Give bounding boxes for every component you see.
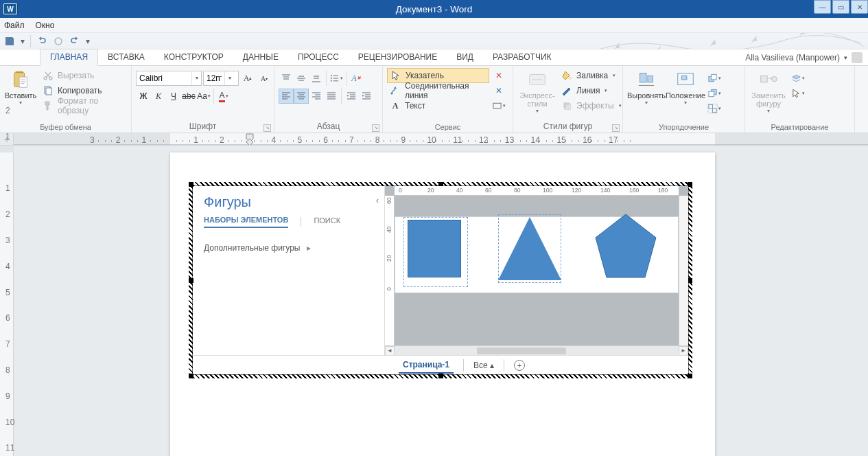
express-styles-button[interactable]: Экспресс-стили ▾ [517,68,557,115]
strike-button[interactable]: abc [181,89,196,104]
visio-page-tab[interactable]: Страница-1 [399,357,454,374]
separator [301,217,301,227]
italic-button[interactable]: К [151,89,166,104]
fill-button[interactable]: Заливка▾ [559,68,624,83]
scroll-right-button[interactable]: ► [679,346,688,356]
effects-button[interactable]: Эффекты▾ [559,98,624,113]
connector-tool-button[interactable]: Соединительная линия [387,83,489,98]
text-label: Текст [405,101,425,111]
menu-window[interactable]: Окно [36,21,55,30]
resize-handle[interactable] [438,374,443,378]
resize-handle[interactable] [189,374,193,378]
visio-horizontal-scrollbar[interactable]: ◄ ► [385,345,688,355]
shape-styles-dialog-launcher[interactable]: ↘ [612,124,620,132]
qat-customize-icon[interactable]: ▾ [84,35,91,47]
change-case-button[interactable]: Aa▾ [196,89,211,104]
embedded-object-visio[interactable]: ‹ Фигуры НАБОРЫ ЭЛЕМЕНТОВ ПОИСК Дополнит… [192,185,689,375]
tab-view[interactable]: ВИД [447,49,483,65]
shapes-tab-sets[interactable]: НАБОРЫ ЭЛЕМЕНТОВ [204,216,288,228]
visio-canvas[interactable] [395,216,679,293]
shapes-tab-search[interactable]: ПОИСК [314,216,340,227]
line-button[interactable]: Линия▾ [559,83,624,98]
font-name-input[interactable] [137,73,191,83]
visio-vertical-ruler[interactable]: 6040200 [385,196,395,345]
send-back-button[interactable]: ▾ [707,86,722,101]
replace-shape-button[interactable]: Заменить фигуру ▾ [749,68,788,115]
align-left-button[interactable] [279,89,294,104]
increase-indent-button[interactable] [359,89,374,104]
position-button[interactable]: Положение ▾ [666,68,705,107]
font-color-button[interactable]: A▾ [216,89,231,104]
qat-dropdown-icon[interactable]: ▾ [19,35,26,47]
bring-front-button[interactable]: ▾ [707,71,722,86]
format-painter-button[interactable]: Формат по образцу [40,98,127,113]
grow-font-button[interactable]: A▴ [240,71,255,86]
redo-icon[interactable] [51,35,65,47]
shape-rectangle[interactable] [408,220,461,277]
bold-button[interactable]: Ж [136,89,151,104]
indent-marker-left[interactable] [246,133,254,146]
group-shape-styles-label: Стили фигур↘ [517,122,618,133]
shape-triangle[interactable] [498,217,561,280]
scroll-left-button[interactable]: ◄ [385,346,395,356]
save-icon[interactable] [3,35,16,47]
clear-formatting-button[interactable]: A✖ [349,71,364,86]
resize-handle[interactable] [688,374,692,378]
close-button[interactable]: ✕ [851,0,868,14]
x-tool2-button[interactable]: ✕ [491,83,506,98]
font-size-combo[interactable]: ▾ [203,71,239,86]
document-page[interactable]: ‹ Фигуры НАБОРЫ ЭЛЕМЕНТОВ ПОИСК Дополнит… [170,152,715,456]
tab-designer[interactable]: КОНСТРУКТОР [154,49,233,65]
align-top-button[interactable] [279,71,294,86]
resize-handle[interactable] [688,182,692,187]
visio-horizontal-ruler[interactable]: 020406080100120140160180 [395,186,679,196]
font-name-combo[interactable]: ▾ [136,71,202,86]
tab-review[interactable]: РЕЦЕНЗИРОВАНИЕ [349,49,447,65]
more-shapes-button[interactable]: Дополнительные фигуры ▸ [204,243,376,253]
vertical-ruler[interactable]: 21123456789101112131415 [0,146,14,456]
svg-rect-12 [493,103,501,109]
undo-icon[interactable] [35,35,49,47]
horizontal-ruler[interactable]: 3,2,1,,1,2,3,4,5,6,7,8,9,10,11,12,13,14,… [14,133,868,146]
x-tool-button[interactable]: ✕ [491,68,506,83]
cut-button[interactable]: Вырезать [40,68,127,83]
font-size-input[interactable] [204,73,224,83]
rectangle-tool-button[interactable]: ▾ [491,98,506,113]
menu-file[interactable]: Файл [4,21,25,30]
avatar[interactable] [852,52,863,63]
group-shapes-button[interactable]: ▾ [707,101,722,116]
font-dialog-launcher[interactable]: ↘ [263,124,271,132]
align-button[interactable]: Выровнять ▾ [627,68,666,107]
align-middle-button[interactable] [294,71,309,86]
underline-button[interactable]: Ч [166,89,181,104]
select-button[interactable]: ▾ [790,86,806,101]
visio-all-pages-button[interactable]: Все ▴ [473,361,494,370]
maximize-button[interactable]: ▭ [832,0,849,14]
shape-pentagon[interactable] [594,212,657,280]
shrink-font-button[interactable]: A▾ [257,71,272,86]
align-bottom-button[interactable] [309,71,324,86]
justify-button[interactable] [324,89,339,104]
bullets-button[interactable]: ▾ [329,71,344,86]
minimize-button[interactable]: — [814,0,831,14]
page-scroll[interactable]: ‹ Фигуры НАБОРЫ ЭЛЕМЕНТОВ ПОИСК Дополнит… [14,146,868,456]
user-name[interactable]: Alla Vasilieva (Manpower) [745,53,840,62]
tab-home[interactable]: ГЛАВНАЯ [40,49,98,66]
text-tool-button[interactable]: A Текст [387,98,489,113]
align-right-button[interactable] [309,89,324,104]
decorative-birds [573,33,868,49]
repeat-icon[interactable] [68,35,82,47]
tab-insert[interactable]: ВСТАВКА [98,49,154,65]
align-center-button[interactable] [294,89,309,104]
paste-button[interactable]: Вставить ▾ [4,68,37,107]
collapse-pane-button[interactable]: ‹ [376,196,379,205]
tab-developer[interactable]: РАЗРАБОТЧИК [483,49,561,65]
visio-add-page-button[interactable]: + [514,360,525,371]
decrease-indent-button[interactable] [344,89,359,104]
tab-process[interactable]: ПРОЦЕСС [288,49,349,65]
tab-data[interactable]: ДАННЫЕ [233,49,288,65]
visio-vertical-scrollbar[interactable] [679,196,688,345]
paragraph-dialog-launcher[interactable]: ↘ [372,124,379,132]
resize-handle[interactable] [688,278,692,283]
layers-button[interactable]: ▾ [790,71,806,86]
